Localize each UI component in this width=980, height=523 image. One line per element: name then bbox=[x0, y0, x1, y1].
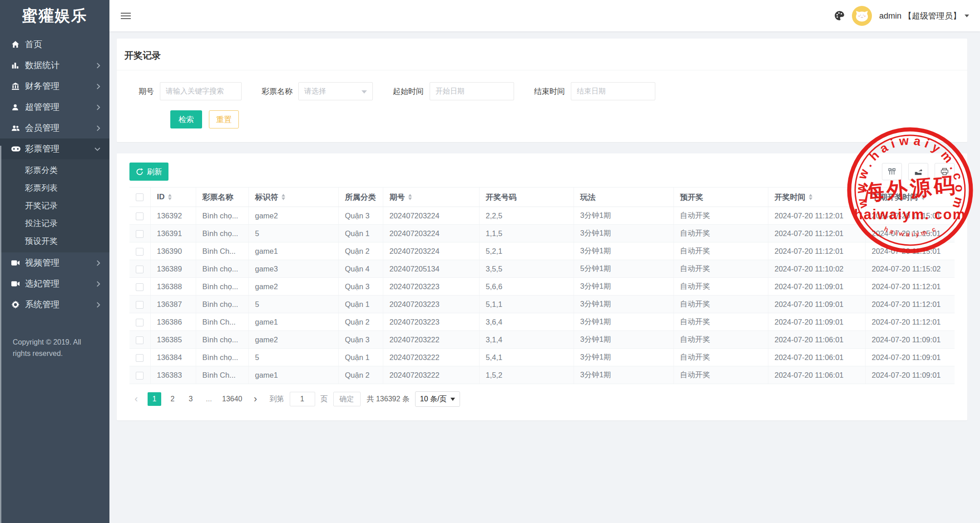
hamburger-menu-icon[interactable] bbox=[121, 11, 131, 21]
sidebar-item-label: 系统管理 bbox=[25, 299, 59, 311]
issue-number-input[interactable] bbox=[160, 82, 242, 100]
confirm-button[interactable]: 确定 bbox=[333, 392, 361, 406]
submenu-item-draw-records[interactable]: 开奖记录 bbox=[0, 197, 109, 215]
table-row: 136391Bình chọ...5Quận 12024072032241,1,… bbox=[129, 225, 955, 242]
sidebar-item-label: 数据统计 bbox=[25, 59, 59, 71]
lottery-name-select[interactable]: 请选择 bbox=[298, 82, 373, 100]
table-cell: 136387 bbox=[150, 296, 196, 313]
table-cell: 2024-07-20 11:09:01 bbox=[865, 349, 955, 366]
sidebar-item-video-mgmt[interactable]: 视频管理 bbox=[0, 252, 109, 273]
submenu-item-lottery-category[interactable]: 彩票分类 bbox=[0, 162, 109, 179]
table-cell: game2 bbox=[248, 331, 338, 349]
sidebar-item-concubine-mgmt[interactable]: 选妃管理 bbox=[0, 273, 109, 294]
search-button[interactable]: 检索 bbox=[170, 110, 202, 128]
row-checkbox[interactable] bbox=[136, 212, 144, 220]
row-checkbox[interactable] bbox=[136, 283, 144, 291]
table-row: 136387Bình chọ...5Quận 12024072032235,1,… bbox=[129, 296, 955, 313]
sort-icon[interactable] bbox=[921, 192, 925, 202]
table-row: 136383Bình Ch...game1Quận 22024072032221… bbox=[129, 366, 955, 384]
sidebar-scrollbar[interactable] bbox=[0, 146, 1, 523]
page-ellipsis: ... bbox=[202, 392, 216, 406]
chevron-right-icon bbox=[96, 63, 100, 69]
search-form: 期号彩票名称请选择起始时间结束时间 bbox=[117, 70, 967, 100]
column-header: 预开奖 bbox=[673, 187, 768, 207]
table-cell: Bình Ch... bbox=[196, 242, 248, 260]
table-row: 136385Bình chọ...game2Quận 3202407203222… bbox=[129, 331, 955, 349]
reset-button[interactable]: 重置 bbox=[209, 110, 239, 128]
table-cell: Bình chọ... bbox=[196, 278, 248, 296]
sidebar-item-data-stats[interactable]: 数据统计 bbox=[0, 55, 109, 76]
submenu-item-bet-records[interactable]: 投注记录 bbox=[0, 215, 109, 232]
page-size-select[interactable]: 10 条/页 bbox=[415, 391, 460, 407]
sidebar-item-member-mgmt[interactable]: 会员管理 bbox=[0, 118, 109, 138]
sidebar-item-lottery-mgmt[interactable]: 彩票管理 bbox=[0, 138, 109, 159]
video-icon bbox=[11, 281, 25, 287]
table-row: 136390Bình Ch...game1Quận 22024072032245… bbox=[129, 242, 955, 260]
content: 开奖记录 期号彩票名称请选择起始时间结束时间 检索 重置 刷新 bbox=[109, 31, 980, 420]
gamepad-icon bbox=[11, 146, 25, 152]
chevron-right-icon bbox=[96, 125, 100, 131]
sort-icon[interactable] bbox=[168, 192, 172, 202]
table-cell: 自动开奖 bbox=[673, 242, 768, 260]
table-cell: Quận 4 bbox=[338, 260, 383, 278]
filter-columns-button[interactable] bbox=[882, 163, 902, 180]
row-checkbox[interactable] bbox=[136, 336, 144, 344]
admin-label: admin 【超级管理员】 bbox=[879, 10, 961, 21]
page-button-13640[interactable]: 13640 bbox=[220, 392, 244, 406]
table-row: 136386Bình Ch...game1Quận 22024072032233… bbox=[129, 313, 955, 331]
page-button-3[interactable]: 3 bbox=[184, 392, 198, 406]
next-page-button[interactable]: › bbox=[249, 392, 262, 406]
table-cell: Quận 3 bbox=[338, 207, 383, 225]
row-checkbox[interactable] bbox=[136, 319, 144, 326]
row-checkbox[interactable] bbox=[136, 301, 144, 309]
admin-dropdown[interactable]: admin 【超级管理员】 bbox=[879, 10, 969, 21]
end-time-input[interactable] bbox=[571, 82, 655, 100]
sort-icon[interactable] bbox=[408, 192, 412, 202]
table-cell: 1,1,5 bbox=[479, 225, 574, 242]
sort-icon[interactable] bbox=[282, 192, 285, 202]
sidebar-item-system-mgmt[interactable]: 系统管理 bbox=[0, 294, 109, 315]
column-header: 彩票名称 bbox=[196, 187, 248, 207]
sidebar-item-label: 彩票管理 bbox=[25, 143, 59, 155]
submenu-item-lottery-list[interactable]: 彩票列表 bbox=[0, 179, 109, 197]
table-cell: 202407203222 bbox=[383, 366, 479, 384]
row-checkbox[interactable] bbox=[136, 230, 144, 238]
table-cell: Quận 2 bbox=[338, 242, 383, 260]
table-cell: 202407203222 bbox=[383, 331, 479, 349]
export-button[interactable] bbox=[908, 163, 928, 180]
start-time-input[interactable] bbox=[430, 82, 514, 100]
print-icon bbox=[940, 168, 949, 176]
table-cell: 3分钟1期 bbox=[574, 278, 673, 296]
row-checkbox[interactable] bbox=[136, 372, 144, 380]
table-cell: 2024-07-20 11:09:01 bbox=[768, 313, 865, 331]
refresh-button[interactable]: 刷新 bbox=[129, 163, 168, 181]
table-cell: 自动开奖 bbox=[673, 366, 768, 384]
prev-page-button[interactable]: ‹ bbox=[129, 392, 143, 406]
table-cell: 5,1,1 bbox=[479, 296, 574, 313]
row-checkbox[interactable] bbox=[136, 248, 144, 256]
theme-palette-icon[interactable] bbox=[834, 10, 845, 21]
table-cell: 202407203224 bbox=[383, 242, 479, 260]
page-button-2[interactable]: 2 bbox=[166, 392, 179, 406]
row-checkbox[interactable] bbox=[136, 266, 144, 273]
row-checkbox[interactable] bbox=[136, 354, 144, 362]
avatar[interactable] bbox=[852, 6, 872, 26]
table-cell: game1 bbox=[248, 313, 338, 331]
submenu-item-preset-draw[interactable]: 预设开奖 bbox=[0, 232, 109, 250]
print-button[interactable] bbox=[935, 163, 955, 180]
page-button-1[interactable]: 1 bbox=[148, 392, 161, 406]
table-cell: 2024-07-20 11:10:02 bbox=[768, 260, 865, 278]
column-header: 期号 bbox=[383, 187, 479, 207]
table-cell: 3分钟1期 bbox=[574, 349, 673, 366]
select-all-checkbox[interactable] bbox=[136, 193, 144, 201]
table-row: 136384Bình chọ...5Quận 12024072032225,4,… bbox=[129, 349, 955, 366]
sidebar-item-home[interactable]: 首页 bbox=[0, 34, 109, 55]
column-header: 玩法 bbox=[574, 187, 673, 207]
sidebar-item-admin-mgmt[interactable]: 超管管理 bbox=[0, 97, 109, 118]
table-cell: 3分钟1期 bbox=[574, 313, 673, 331]
sort-icon[interactable] bbox=[809, 192, 812, 202]
chevron-right-icon bbox=[96, 302, 100, 308]
jump-page-input[interactable] bbox=[290, 392, 315, 406]
sidebar-item-finance-mgmt[interactable]: 财务管理 bbox=[0, 76, 109, 97]
table-cell: 5 bbox=[248, 349, 338, 366]
